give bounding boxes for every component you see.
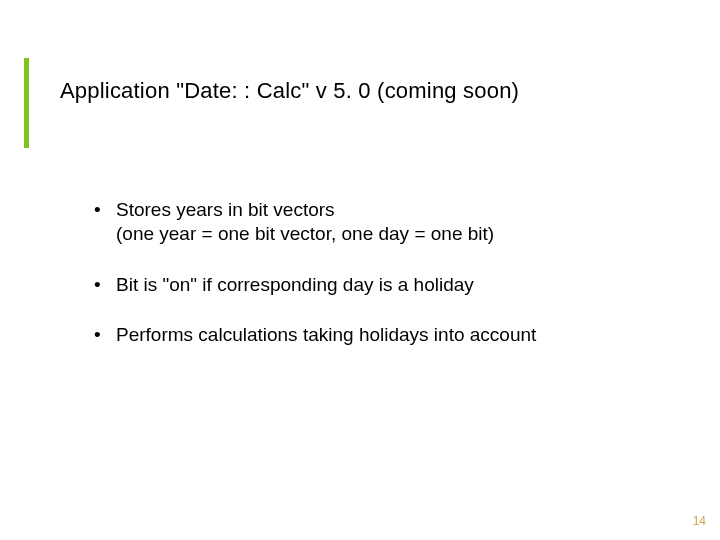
list-item: Bit is "on" if corresponding day is a ho… xyxy=(88,273,660,297)
slide-title: Application "Date: : Calc" v 5. 0 (comin… xyxy=(60,78,519,104)
bullet-text: (one year = one bit vector, one day = on… xyxy=(116,223,494,244)
accent-bar xyxy=(24,58,29,148)
bullet-text: Bit is "on" if corresponding day is a ho… xyxy=(116,274,474,295)
page-number: 14 xyxy=(693,514,706,528)
bullet-list: Stores years in bit vectors (one year = … xyxy=(88,198,660,373)
list-item: Stores years in bit vectors (one year = … xyxy=(88,198,660,247)
list-item: Performs calculations taking holidays in… xyxy=(88,323,660,347)
bullet-text: Performs calculations taking holidays in… xyxy=(116,324,536,345)
bullet-text: Stores years in bit vectors xyxy=(116,199,335,220)
